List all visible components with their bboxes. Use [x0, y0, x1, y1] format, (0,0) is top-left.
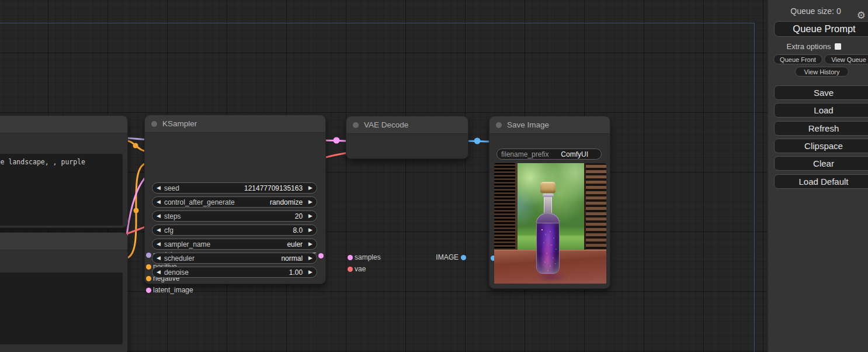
bottle-shoulder [536, 213, 560, 223]
gear-icon[interactable]: ⚙ [857, 9, 866, 22]
widget-steps[interactable]: ◀ steps 20 ▶ [152, 210, 317, 222]
input-vae: vae [355, 265, 366, 273]
widget-cfg[interactable]: ◀ cfg 8.0 ▶ [152, 225, 317, 236]
node-ksampler[interactable]: KSampler model positive negative latent_… [144, 115, 326, 284]
output-image: IMAGE [436, 253, 459, 261]
increment-arrow-icon[interactable]: ▶ [308, 227, 313, 233]
image-port-dot[interactable] [461, 255, 466, 260]
model-port-dot[interactable] [146, 253, 151, 258]
generated-image-preview[interactable] [494, 163, 606, 284]
queue-size-label: Queue size: 0 [790, 6, 841, 16]
node-title: VAE Decode [364, 120, 408, 129]
queue-size-row: Queue size: 0 ⚙ [768, 6, 863, 16]
bottle-cork [540, 182, 555, 193]
widget-sampler-name[interactable]: ◀ sampler_name euler ▶ [152, 239, 317, 250]
collapse-dot-icon[interactable] [496, 122, 502, 128]
link-midpoint-dot [474, 138, 481, 144]
node-clip-text-encode-negative[interactable]: CONDITIONING [0, 232, 128, 352]
extra-options-checkbox[interactable] [835, 43, 841, 50]
input-latent-image: latent_image [153, 286, 193, 294]
decrement-arrow-icon[interactable]: ◀ [157, 185, 161, 191]
refresh-button[interactable]: Refresh [774, 121, 868, 136]
link-midpoint-dot [334, 137, 340, 144]
decrement-arrow-icon[interactable]: ◀ [157, 256, 161, 261]
increment-arrow-icon[interactable]: ▶ [308, 270, 313, 275]
prompt-text-widget[interactable]: bottle landscape, , purple [0, 154, 123, 226]
extra-options-row: Extra options [768, 42, 860, 51]
view-history-button[interactable]: View History [795, 67, 849, 77]
bottle-neck [544, 197, 552, 213]
node-vae-decode[interactable]: VAE Decode samples vae IMAGE [346, 116, 468, 159]
queue-prompt-button[interactable]: Queue Prompt [774, 21, 868, 37]
node-title-bar[interactable] [0, 233, 127, 250]
view-queue-button[interactable]: View Queue [824, 54, 868, 64]
widget-filename-prefix[interactable]: filename_prefix ComfyUI [497, 149, 602, 160]
latent-port-dot[interactable] [348, 255, 353, 260]
queue-front-button[interactable]: Queue Front [773, 54, 822, 64]
widget-scheduler[interactable]: ◀ scheduler normal ▶ [152, 253, 317, 264]
widget-seed[interactable]: ◀ seed 121477709135163 ▶ [152, 182, 317, 194]
input-samples: samples [355, 253, 381, 261]
widget-control-after-generate[interactable]: ◀ control_after_generate randomize ▶ [152, 196, 317, 208]
increment-arrow-icon[interactable]: ▶ [308, 256, 313, 261]
node-save-image[interactable]: Save Image images filename_prefix ComfyU… [489, 116, 610, 289]
node-title-bar[interactable]: Save Image [489, 116, 610, 134]
node-title: KSampler [162, 119, 197, 128]
conditioning-port-dot[interactable] [146, 276, 151, 281]
extra-options-label: Extra options [787, 42, 831, 51]
latent-port-dot[interactable] [318, 253, 324, 258]
decrement-arrow-icon[interactable]: ◀ [157, 241, 161, 247]
load-default-button[interactable]: Load Default [774, 174, 868, 189]
bottle-body [536, 223, 560, 274]
galaxy-stars [541, 229, 543, 230]
comfyui-app: CONDITIONING bottle landscape, , purple … [0, 0, 868, 352]
comfyui-menu-panel: Queue size: 0 ⚙ Queue Prompt Extra optio… [768, 0, 868, 352]
increment-arrow-icon[interactable]: ▶ [308, 241, 313, 247]
collapse-dot-icon[interactable] [353, 122, 359, 128]
decrement-arrow-icon[interactable]: ◀ [157, 227, 161, 233]
decrement-arrow-icon[interactable]: ◀ [157, 199, 161, 205]
decrement-arrow-icon[interactable]: ◀ [157, 270, 161, 275]
preview-porch-left [494, 163, 518, 252]
clear-button[interactable]: Clear [774, 156, 868, 171]
preview-galaxy-bottle [536, 182, 560, 274]
preview-building-right [584, 163, 606, 260]
collapse-dot-icon[interactable] [151, 121, 157, 127]
node-title-bar[interactable] [0, 116, 127, 133]
decrement-arrow-icon[interactable]: ◀ [157, 213, 161, 219]
node-title: Save Image [507, 120, 549, 129]
increment-arrow-icon[interactable]: ▶ [308, 213, 313, 219]
clipspace-button[interactable]: Clipspace [774, 139, 868, 153]
prompt-text-widget[interactable] [0, 272, 123, 344]
link-midpoint-dot [134, 208, 139, 213]
vae-port-dot[interactable] [348, 267, 353, 272]
increment-arrow-icon[interactable]: ▶ [308, 199, 313, 205]
node-graph-canvas[interactable]: CONDITIONING bottle landscape, , purple … [0, 0, 768, 352]
node-title-bar[interactable]: VAE Decode [346, 116, 468, 134]
latent-port-dot[interactable] [146, 288, 151, 293]
load-button[interactable]: Load [774, 103, 868, 118]
increment-arrow-icon[interactable]: ▶ [308, 185, 313, 191]
widget-denoise[interactable]: ◀ denoise 1.00 ▶ [152, 267, 317, 278]
save-button[interactable]: Save [774, 85, 868, 100]
conditioning-port-dot[interactable] [146, 264, 151, 270]
link-midpoint-dot [133, 143, 138, 149]
node-clip-text-encode-positive[interactable]: CONDITIONING bottle landscape, , purple [0, 115, 128, 228]
node-title-bar[interactable]: KSampler [145, 115, 325, 133]
